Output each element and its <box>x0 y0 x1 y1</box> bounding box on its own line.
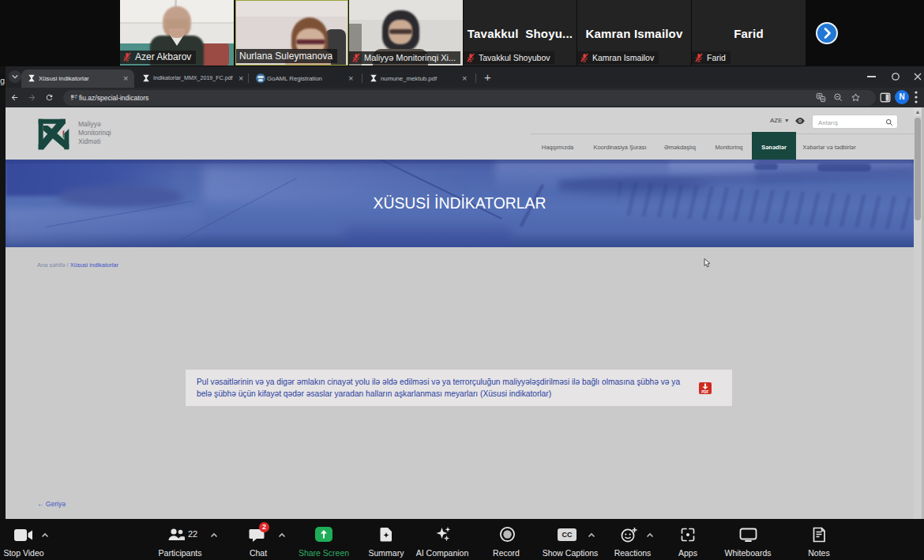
svg-text:PDF: PDF <box>701 390 708 394</box>
